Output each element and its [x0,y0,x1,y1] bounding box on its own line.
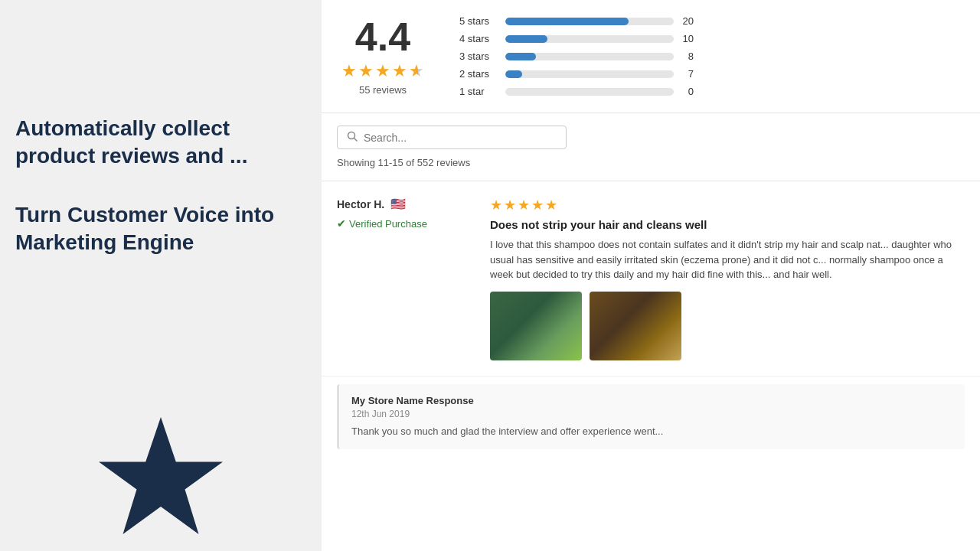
svg-marker-0 [99,417,223,534]
bar-label-4: 4 stars [459,33,498,44]
star-decoration [92,410,230,551]
star-icon [92,410,230,548]
stars-display: ★ ★ ★ ★ ★ [341,61,424,81]
search-area: Showing 11-15 of 552 reviews [322,113,980,181]
verified-check-icon: ✔ [337,217,346,230]
review-main-layout: Hector H. 🇺🇸 ✔ Verified Purchase ★ ★ ★ ★ [337,197,965,360]
star-3: ★ [375,61,390,81]
rating-summary: 4.4 ★ ★ ★ ★ ★ 55 reviews 5 stars 20 4 st… [322,0,980,113]
bar-row-5: 5 stars 20 [459,15,957,27]
review-item: Hector H. 🇺🇸 ✔ Verified Purchase ★ ★ ★ ★ [322,181,980,377]
rating-breakdown: 5 stars 20 4 stars 10 3 stars 8 [459,15,957,97]
headline-voice: Turn Customer Voice intoMarketing Engine [15,201,306,257]
star-4: ★ [392,61,407,81]
reviews-count: 55 reviews [359,84,407,96]
bar-fill-3 [505,53,536,60]
bar-row-2: 2 stars 7 [459,68,957,80]
bar-count-1: 0 [681,86,694,97]
bar-label-2: 2 stars [459,68,498,80]
left-panel: Automatically collect product reviews an… [0,0,322,551]
bar-count-2: 7 [681,68,694,80]
verified-label: Verified Purchase [349,218,427,230]
bar-fill-5 [505,18,629,25]
bar-count-3: 8 [681,51,694,62]
bar-fill-4 [505,35,547,43]
bar-fill-2 [505,70,522,78]
bar-track-1 [505,88,674,96]
bar-track-2 [505,70,674,78]
overall-score: 4.4 ★ ★ ★ ★ ★ 55 reviews [337,17,429,96]
showing-text: Showing 11-15 of 552 reviews [337,157,965,168]
review-star-4: ★ [531,197,544,214]
review-right-col: ★ ★ ★ ★ ★ Does not strip your hair and c… [490,197,965,360]
reviewer-info: Hector H. 🇺🇸 [337,197,475,211]
review-body: I love that this shampoo does not contai… [490,237,965,282]
bar-count-5: 20 [681,15,694,27]
store-response-text: Thank you so much and glad the interview… [351,424,952,439]
search-icon [347,131,358,144]
review-star-5: ★ [545,197,557,214]
store-response: My Store Name Response 12th Jun 2019 Tha… [337,384,965,450]
star-5-half: ★ [409,61,424,81]
store-response-name: My Store Name Response [351,395,952,406]
bar-track-4 [505,35,674,43]
reviewer-flag: 🇺🇸 [390,197,406,211]
review-star-1: ★ [490,197,502,214]
review-star-3: ★ [518,197,530,214]
review-title: Does not strip your hair and cleans well [490,218,965,231]
search-input[interactable] [364,132,557,144]
bar-row-1: 1 star 0 [459,86,957,97]
bar-label-3: 3 stars [459,51,498,62]
verified-badge: ✔ Verified Purchase [337,217,475,230]
search-box[interactable] [337,126,567,149]
headline-voice-text: Turn Customer Voice intoMarketing Engine [15,201,306,257]
right-panel: 4.4 ★ ★ ★ ★ ★ 55 reviews 5 stars 20 4 st… [322,0,980,551]
review-image-2 [590,292,681,360]
review-star-2: ★ [504,197,516,214]
store-response-date: 12th Jun 2019 [351,409,952,419]
review-left-col: Hector H. 🇺🇸 ✔ Verified Purchase [337,197,475,360]
bar-track-5 [505,18,674,25]
bar-label-5: 5 stars [459,15,498,27]
svg-line-2 [354,139,358,142]
review-image-1 [490,292,582,360]
headline-collect-text: Automatically collect product reviews an… [15,115,306,171]
review-images [490,292,965,360]
bar-row-4: 4 stars 10 [459,33,957,44]
reviewer-name: Hector H. [337,198,384,210]
score-number: 4.4 [355,17,410,57]
headline-collect: Automatically collect product reviews an… [15,115,306,171]
star-1: ★ [341,61,357,81]
review-stars: ★ ★ ★ ★ ★ [490,197,965,214]
reviews-list: Hector H. 🇺🇸 ✔ Verified Purchase ★ ★ ★ ★ [322,181,980,457]
bar-row-3: 3 stars 8 [459,51,957,62]
bar-label-1: 1 star [459,86,498,97]
star-2: ★ [358,61,374,81]
bar-track-3 [505,53,674,60]
bar-count-4: 10 [681,33,694,44]
